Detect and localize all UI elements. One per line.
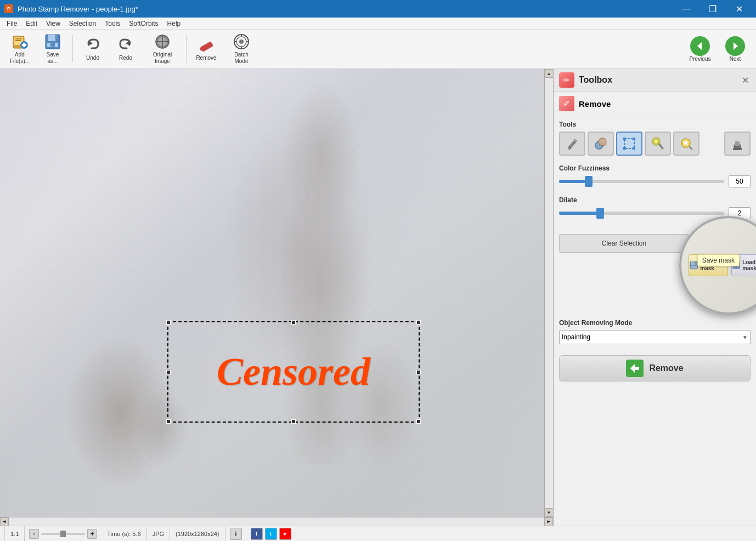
zoom-label-segment: 1:1 [4, 526, 25, 541]
save-mask-tooltip: Save mask [697, 254, 740, 266]
zoom-increase-button[interactable]: + [87, 529, 97, 539]
tools-row [559, 132, 751, 156]
zoom-label: 1:1 [10, 531, 19, 537]
next-icon [725, 36, 745, 56]
dimensions-segment: (1920x1280x24) [170, 526, 225, 541]
menu-edit[interactable]: Edit [21, 19, 42, 29]
svg-rect-33 [633, 138, 635, 140]
menu-view[interactable]: View [42, 19, 65, 29]
remove-toolbar-label: Remove [196, 55, 216, 61]
magic-wand-tool-button[interactable] [645, 132, 671, 156]
color-select-tool-button[interactable] [588, 132, 614, 156]
status-bar: 1:1 - + Time (s): 5.6 JPG (1920x1280x24)… [0, 526, 756, 541]
close-button[interactable]: ✕ [726, 0, 752, 18]
minimize-button[interactable]: — [674, 0, 699, 18]
color-fuzziness-slider-row: 50 [559, 175, 751, 187]
add-files-icon [11, 33, 29, 50]
svg-marker-61 [630, 364, 639, 373]
scroll-track-v[interactable] [545, 78, 553, 508]
menu-bar: File Edit View Selection Tools SoftOrbit… [0, 18, 756, 30]
scroll-track-h[interactable] [9, 517, 544, 526]
toolbar-sep-1 [72, 35, 73, 62]
time-segment: Time (s): 5.6 [101, 526, 146, 541]
main-content: Censored ▲ ▼ ◄ [0, 69, 756, 526]
dimensions-label: (1920x1280x24) [176, 531, 219, 537]
social-icons: f t ▶ [251, 528, 291, 540]
dilate-thumb[interactable] [596, 208, 604, 219]
menu-softorbits[interactable]: SoftOrbits [125, 19, 162, 29]
remove-button[interactable]: Remove [559, 355, 751, 381]
social-icon-2[interactable]: t [265, 528, 277, 540]
toolbox-close-button[interactable]: ✕ [740, 75, 751, 86]
color-fuzziness-value[interactable]: 50 [729, 175, 751, 187]
scroll-left-button[interactable]: ◄ [0, 517, 9, 526]
svg-marker-27 [697, 42, 702, 50]
zoom-slider[interactable] [41, 533, 85, 535]
previous-button[interactable]: Previous [684, 32, 716, 66]
redo-icon [117, 36, 134, 54]
menu-file[interactable]: File [2, 19, 21, 29]
scroll-right-button[interactable]: ► [544, 517, 553, 526]
svg-rect-44 [733, 148, 742, 150]
undo-button[interactable]: Undo [77, 32, 108, 66]
save-as-button[interactable]: Saveas... [37, 32, 68, 66]
menu-help[interactable]: Help [163, 19, 185, 29]
batch-mode-button[interactable]: BatchMode [224, 32, 259, 66]
svg-marker-28 [734, 42, 738, 50]
next-button[interactable]: Next [719, 32, 752, 66]
svg-rect-6 [22, 44, 26, 46]
pencil-tool-button[interactable] [559, 132, 585, 156]
object-removing-mode-label: Object Removing Mode [559, 319, 751, 327]
hand-silhouette [66, 336, 176, 489]
batch-mode-label: BatchMode [234, 52, 249, 65]
svg-point-30 [599, 138, 606, 146]
horizontal-scrollbar[interactable]: ◄ ► [0, 517, 553, 526]
rect-select-tool-button[interactable] [616, 132, 642, 156]
add-files-button[interactable]: AddFile(s)... [4, 32, 35, 66]
toolbar: AddFile(s)... Saveas... Undo [0, 30, 756, 69]
zoom-slider-thumb[interactable] [60, 531, 66, 537]
tools-section: Tools [554, 116, 756, 160]
maximize-button[interactable]: ❐ [700, 0, 725, 18]
window-controls: — ❐ ✕ [674, 0, 752, 18]
svg-rect-8 [48, 35, 55, 41]
color-fuzziness-slider[interactable] [559, 180, 724, 183]
color-fuzziness-thumb[interactable] [585, 176, 593, 187]
star-wand-tool-button[interactable] [673, 132, 699, 156]
remove-title: Remove [579, 99, 611, 109]
title-bar-left: P Photo Stamp Remover - people-1.jpg* [4, 4, 138, 13]
original-image-label: OriginalImage [153, 52, 172, 65]
social-icon-1[interactable]: f [251, 528, 263, 540]
toolbox-header-left: ✏ Toolbox [559, 72, 612, 88]
redo-button[interactable]: Redo [110, 32, 141, 66]
image-display[interactable]: Censored [0, 69, 544, 517]
color-fuzziness-fill [559, 180, 589, 183]
scroll-up-button[interactable]: ▲ [545, 69, 554, 78]
toolbox-header: ✏ Toolbox ✕ [554, 69, 756, 92]
next-label: Next [730, 56, 741, 62]
clear-selection-button[interactable]: Clear Selection [559, 234, 689, 253]
scroll-down-button[interactable]: ▼ [545, 508, 554, 517]
undo-icon [84, 36, 101, 54]
format-segment: JPG [147, 526, 170, 541]
original-image-button[interactable]: OriginalImage [143, 32, 182, 66]
toolbar-sep-2 [186, 35, 187, 62]
zoom-decrease-button[interactable]: - [29, 529, 39, 539]
redo-label: Redo [119, 55, 132, 61]
mode-select[interactable]: Inpainting ▼ [559, 330, 751, 344]
vertical-scrollbar[interactable]: ▲ ▼ [544, 69, 553, 517]
menu-selection[interactable]: Selection [65, 19, 100, 29]
app-icon: P [4, 4, 13, 13]
info-button[interactable]: ℹ [230, 528, 242, 540]
add-files-label: AddFile(s)... [10, 52, 30, 65]
time-label: Time (s): 5.6 [107, 531, 140, 537]
remove-toolbar-button[interactable]: Remove [191, 32, 222, 66]
stamp-tool-button[interactable] [724, 132, 751, 156]
save-as-label: Saveas... [47, 52, 59, 65]
svg-rect-57 [691, 266, 697, 269]
zoom-control: - + [25, 529, 101, 539]
social-icon-3[interactable]: ▶ [279, 528, 291, 540]
menu-tools[interactable]: Tools [100, 19, 125, 29]
dilate-slider[interactable] [559, 212, 724, 215]
canvas-row: Censored ▲ ▼ [0, 69, 553, 517]
